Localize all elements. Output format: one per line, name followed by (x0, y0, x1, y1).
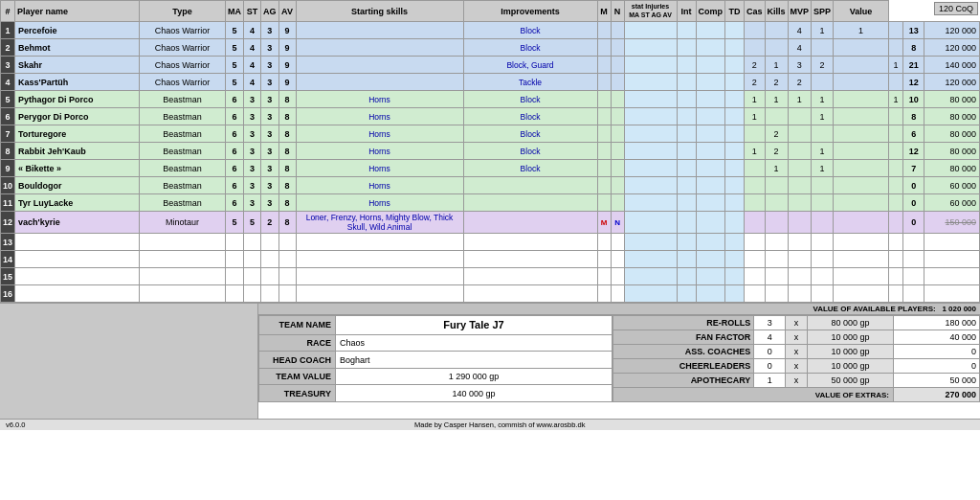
stat-int (745, 177, 766, 194)
miss-next-game (597, 39, 611, 57)
stat-cas (812, 251, 834, 268)
row-number: 2 (1, 39, 15, 57)
stat-mvp (889, 234, 903, 251)
player-name: « Bikette » (15, 160, 140, 177)
col-num: # (1, 1, 15, 22)
stat-comp (765, 234, 788, 251)
spp: 0 (903, 194, 924, 212)
stat-injury-stat_av (725, 251, 745, 268)
rerolls-row: RE-ROLLS 3 x 80 000 gp 180 000 (613, 316, 980, 330)
spp: 6 (903, 125, 924, 143)
footer-version: v6.0.0 (1, 420, 30, 429)
row-number: 4 (1, 74, 15, 91)
stat-injury-stat_ma (624, 143, 677, 160)
improvements: Block (463, 22, 597, 39)
stat-av (278, 268, 296, 285)
player-type (140, 268, 226, 285)
stat-mvp (889, 74, 903, 91)
stat-injury-stat_st (677, 74, 696, 91)
team-name-row: TEAM NAME Fury Tale J7 (259, 316, 612, 335)
niggling (611, 143, 624, 160)
stat-cas (812, 125, 834, 143)
stat-td (788, 285, 812, 303)
col-cas: Cas (745, 1, 766, 22)
stat-injury-stat_ma (624, 212, 677, 234)
stat-injury-stat_av (725, 194, 745, 212)
table-row: 6Perygor Di PorcoBeastman6338HornsBlock1… (1, 108, 980, 125)
stat-mvp (889, 251, 903, 268)
stat-mvp: 1 (889, 91, 903, 108)
stat-ma: 5 (226, 22, 244, 39)
stat-injury-stat_ma (624, 22, 677, 39)
player-name (15, 251, 140, 268)
col-n: N (611, 1, 624, 22)
head-coach-label: HEAD COACH (259, 352, 336, 369)
fan-factor-cost: 10 000 gp (807, 330, 893, 345)
stat-av: 8 (278, 177, 296, 194)
value-of-extras-row: VALUE OF EXTRAS: 270 000 (613, 388, 980, 402)
col-kills: Kills (765, 1, 788, 22)
spp: 8 (903, 39, 924, 57)
race-row: RACE Chaos (259, 334, 612, 352)
stat-st: 3 (244, 91, 261, 108)
stat-kills (834, 177, 889, 194)
stat-av: 8 (278, 143, 296, 160)
starting-skills (296, 234, 463, 251)
stat-st (244, 285, 261, 303)
col-stat-injuries: stat InjuriesMA ST AG AV (624, 1, 677, 22)
stat-injury-stat_av (725, 177, 745, 194)
col-m: M (597, 1, 611, 22)
player-value: 120 000 (924, 22, 980, 39)
player-value: 150 000 (924, 212, 980, 234)
stat-av: 8 (278, 160, 296, 177)
player-type: Beastman (140, 108, 226, 125)
improvements: Block (463, 143, 597, 160)
stat-kills (834, 143, 889, 160)
rerolls-label: RE-ROLLS (613, 316, 754, 330)
apothecary-row: APOTHECARY 1 x 50 000 gp 50 000 (613, 374, 980, 388)
improvements (463, 212, 597, 234)
stat-injury-stat_av (725, 39, 745, 57)
stat-st: 3 (244, 177, 261, 194)
stat-injury-stat_av (725, 143, 745, 160)
team-value-label: TEAM VALUE (259, 368, 336, 385)
stat-mvp (889, 177, 903, 194)
stat-td (788, 194, 812, 212)
starting-skills (296, 268, 463, 285)
miss-next-game: M (597, 212, 611, 234)
miss-next-game (597, 108, 611, 125)
stat-ag: 3 (261, 57, 279, 74)
stat-st: 5 (244, 212, 261, 234)
player-table: # Player name Type MA ST AG AV Starting … (0, 0, 980, 303)
player-name: Torturegore (15, 125, 140, 143)
cheerleaders-num: 0 (754, 359, 786, 374)
row-number: 1 (1, 22, 15, 39)
treasury-value: 140 000 gp (336, 385, 612, 402)
starting-skills (296, 39, 463, 57)
starting-skills: Horns (296, 91, 463, 108)
stat-td: 3 (788, 57, 812, 74)
rerolls-x: x (786, 316, 808, 330)
stat-ag: 3 (261, 125, 279, 143)
stat-comp (765, 194, 788, 212)
stat-injury-stat_st (677, 268, 696, 285)
stat-injury-stat_ag (696, 22, 725, 39)
stat-cas: 1 (812, 143, 834, 160)
stat-av (278, 251, 296, 268)
spp: 12 (903, 74, 924, 91)
value-of-extras-label: VALUE OF EXTRAS: (613, 388, 894, 402)
player-type: Beastman (140, 91, 226, 108)
fan-factor-num: 4 (754, 330, 786, 345)
cheerleaders-x: x (786, 359, 808, 374)
stat-mvp (889, 268, 903, 285)
improvements: Tackle (463, 74, 597, 91)
miss-next-game (597, 234, 611, 251)
stat-cas (812, 268, 834, 285)
player-type: Chaos Warrior (140, 57, 226, 74)
stat-injury-stat_ma (624, 194, 677, 212)
niggling: N (611, 212, 624, 234)
stat-injury-stat_ma (624, 91, 677, 108)
stat-comp (765, 177, 788, 194)
spp (903, 285, 924, 303)
player-name (15, 285, 140, 303)
